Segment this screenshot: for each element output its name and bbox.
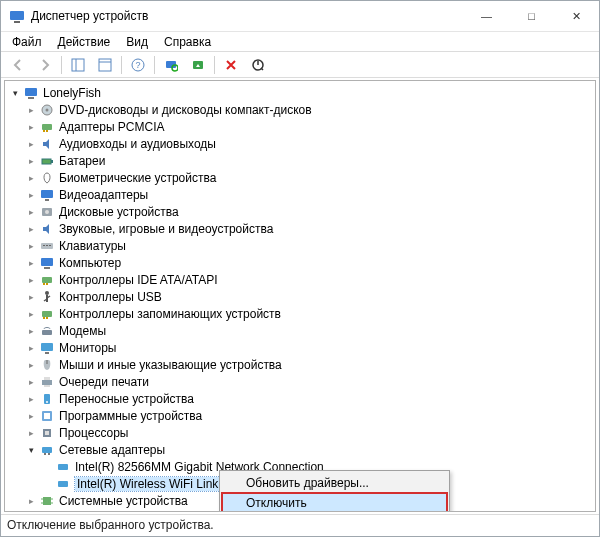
tree-node[interactable]: Компьютер <box>9 255 595 272</box>
svg-rect-50 <box>45 431 49 435</box>
svg-rect-35 <box>42 311 52 317</box>
device-tree[interactable]: LonelyFish DVD-дисководы и дисководы ком… <box>4 80 596 512</box>
tree-label: Биометрические устройства <box>59 171 216 185</box>
network-adapter-icon <box>55 476 71 492</box>
chevron-right-icon[interactable] <box>25 172 37 184</box>
menu-help[interactable]: Справка <box>157 34 218 50</box>
tree-node[interactable]: Мониторы <box>9 340 595 357</box>
properties-button[interactable] <box>92 53 118 77</box>
minimize-button[interactable]: — <box>464 1 509 31</box>
maximize-button[interactable]: □ <box>509 1 554 31</box>
chevron-right-icon[interactable] <box>25 138 37 150</box>
chevron-right-icon[interactable] <box>25 495 37 507</box>
tree-node[interactable]: Контроллеры запоминающих устройств <box>9 306 595 323</box>
tree-label: DVD-дисководы и дисководы компакт-дисков <box>59 103 312 117</box>
tree-node[interactable]: Батареи <box>9 153 595 170</box>
chevron-right-icon[interactable] <box>25 240 37 252</box>
update-driver-button[interactable] <box>185 53 211 77</box>
ctx-update-drivers[interactable]: Обновить драйверы... <box>222 473 447 493</box>
tree-label: Процессоры <box>59 426 129 440</box>
tree-label: Видеоадаптеры <box>59 188 148 202</box>
svg-rect-40 <box>45 352 49 354</box>
tree-node[interactable]: Программные устройства <box>9 408 595 425</box>
svg-rect-29 <box>41 258 53 266</box>
chevron-right-icon[interactable] <box>25 427 37 439</box>
chevron-right-icon[interactable] <box>25 342 37 354</box>
chevron-right-icon[interactable] <box>25 325 37 337</box>
tree-node[interactable]: Видеоадаптеры <box>9 187 595 204</box>
svg-rect-12 <box>25 88 37 96</box>
svg-rect-0 <box>10 11 24 20</box>
tree-node[interactable]: Биометрические устройства <box>9 170 595 187</box>
tree-label: LonelyFish <box>43 86 101 100</box>
svg-rect-2 <box>72 59 84 71</box>
tree-label: Мыши и иные указывающие устройства <box>59 358 282 372</box>
tree-node[interactable]: Клавиатуры <box>9 238 595 255</box>
tree-node[interactable]: Контроллеры USB <box>9 289 595 306</box>
app-icon <box>9 8 25 24</box>
svg-rect-30 <box>44 267 50 269</box>
tree-node[interactable]: Процессоры <box>9 425 595 442</box>
chevron-right-icon[interactable] <box>25 121 37 133</box>
tree-label: Звуковые, игровые и видеоустройства <box>59 222 273 236</box>
chevron-right-icon[interactable] <box>25 223 37 235</box>
keyboard-icon <box>39 238 55 254</box>
device-manager-window: Диспетчер устройств — □ ✕ Файл Действие … <box>0 0 600 537</box>
svg-rect-36 <box>43 317 45 319</box>
tree-node[interactable]: Аудиовходы и аудиовыходы <box>9 136 595 153</box>
chevron-right-icon[interactable] <box>25 308 37 320</box>
chevron-right-icon[interactable] <box>25 393 37 405</box>
svg-rect-32 <box>43 283 45 285</box>
tree-label: Мониторы <box>59 341 116 355</box>
chevron-right-icon[interactable] <box>25 291 37 303</box>
chevron-right-icon[interactable] <box>25 206 37 218</box>
svg-rect-1 <box>14 21 20 23</box>
chevron-right-icon[interactable] <box>25 410 37 422</box>
menu-action[interactable]: Действие <box>51 34 118 50</box>
ctx-disable[interactable]: Отключить <box>222 493 447 512</box>
close-button[interactable]: ✕ <box>554 1 599 31</box>
svg-rect-31 <box>42 277 52 283</box>
menubar: Файл Действие Вид Справка <box>1 32 599 51</box>
chevron-down-icon[interactable] <box>9 87 21 99</box>
tree-node[interactable]: Мыши и иные указывающие устройства <box>9 357 595 374</box>
chevron-right-icon[interactable] <box>25 359 37 371</box>
scan-hardware-button[interactable] <box>158 53 184 77</box>
svg-rect-27 <box>46 245 48 246</box>
disable-button[interactable] <box>245 53 271 77</box>
tree-spacer <box>41 478 53 490</box>
tree-node[interactable]: Переносные устройства <box>9 391 595 408</box>
chevron-right-icon[interactable] <box>25 376 37 388</box>
svg-point-24 <box>45 210 49 214</box>
tree-label: Контроллеры IDE ATA/ATAPI <box>59 273 218 287</box>
printer-icon <box>39 374 55 390</box>
usb-icon <box>39 289 55 305</box>
tree-label: Модемы <box>59 324 106 338</box>
svg-rect-4 <box>99 59 111 71</box>
svg-rect-38 <box>42 330 52 335</box>
tree-node[interactable]: Звуковые, игровые и видеоустройства <box>9 221 595 238</box>
tree-node[interactable]: Очереди печати <box>9 374 595 391</box>
portable-icon <box>39 391 55 407</box>
show-hide-tree-button[interactable] <box>65 53 91 77</box>
chevron-right-icon[interactable] <box>25 155 37 167</box>
forward-button[interactable] <box>32 53 58 77</box>
chevron-right-icon[interactable] <box>25 257 37 269</box>
menu-view[interactable]: Вид <box>119 34 155 50</box>
tree-node[interactable]: Модемы <box>9 323 595 340</box>
chevron-right-icon[interactable] <box>25 274 37 286</box>
tree-node[interactable]: Контроллеры IDE ATA/ATAPI <box>9 272 595 289</box>
back-button[interactable] <box>5 53 31 77</box>
chevron-right-icon[interactable] <box>25 189 37 201</box>
svg-rect-54 <box>58 464 68 470</box>
menu-file[interactable]: Файл <box>5 34 49 50</box>
help-button[interactable]: ? <box>125 53 151 77</box>
chevron-right-icon[interactable] <box>25 104 37 116</box>
chevron-down-icon[interactable] <box>25 444 37 456</box>
tree-node[interactable]: Адаптеры PCMCIA <box>9 119 595 136</box>
tree-node[interactable]: Дисковые устройства <box>9 204 595 221</box>
tree-root[interactable]: LonelyFish <box>9 85 595 102</box>
tree-node[interactable]: DVD-дисководы и дисководы компакт-дисков <box>9 102 595 119</box>
uninstall-button[interactable] <box>218 53 244 77</box>
tree-node-network[interactable]: Сетевые адаптеры <box>9 442 595 459</box>
